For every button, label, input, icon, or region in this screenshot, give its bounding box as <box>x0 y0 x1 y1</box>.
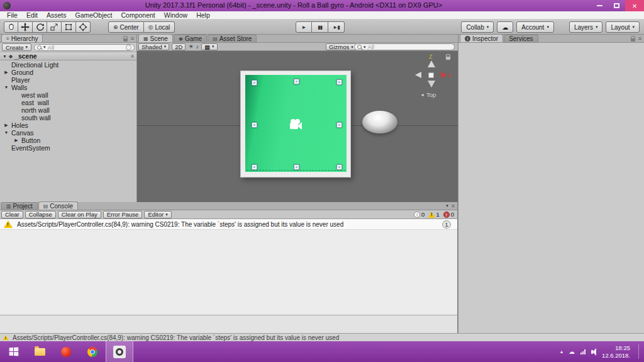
selection-handle[interactable] <box>294 164 299 170</box>
tab-hierarchy[interactable]: ≡ Hierarchy <box>1 34 43 42</box>
file-explorer-button[interactable] <box>26 341 53 362</box>
chrome-button[interactable] <box>79 341 106 362</box>
chevron-down-icon[interactable]: ▾ <box>446 203 448 208</box>
cloud-button[interactable]: ☁ <box>497 21 513 33</box>
menu-window[interactable]: Window <box>160 11 192 19</box>
console-log-entry[interactable]: Assets/Scripts/PlayerController.cs(84,9)… <box>0 219 457 230</box>
disclosure-triangle-icon[interactable]: ▶ <box>4 70 9 75</box>
view-orientation-label[interactable]: ◄ Top <box>420 91 436 98</box>
selection-handle[interactable] <box>336 79 342 85</box>
hierarchy-item-holes[interactable]: ▶Holes <box>0 122 136 129</box>
up-axis-cone-icon[interactable] <box>428 60 435 67</box>
menu-edit[interactable]: Edit <box>22 11 42 19</box>
scene-viewport[interactable]: Z X ◄ Top <box>137 51 458 202</box>
menu-gameobject[interactable]: GameObject <box>71 11 117 19</box>
collab-dropdown[interactable]: Collab ▾ <box>461 21 494 33</box>
selection-handle[interactable] <box>336 164 342 170</box>
tab-game[interactable]: ◉ Game <box>174 35 207 42</box>
create-dropdown[interactable]: Create ▾ <box>2 43 31 51</box>
move-tool-button[interactable] <box>18 21 33 33</box>
hierarchy-item-directional-light[interactable]: Directional Light <box>0 61 136 69</box>
rotate-tool-button[interactable] <box>33 21 47 33</box>
scene-lighting-toggle[interactable]: ☀ <box>188 43 193 50</box>
shading-mode-dropdown[interactable]: Shaded ▾ <box>138 43 169 50</box>
info-filter-toggle[interactable]: ! 0 <box>414 211 425 218</box>
editor-dropdown[interactable]: Editor ▾ <box>144 211 171 218</box>
unity-taskbar-button-active[interactable] <box>106 341 133 362</box>
disclosure-triangle-icon[interactable]: ▼ <box>3 54 7 59</box>
tab-inspector[interactable]: i Inspector <box>460 34 503 42</box>
2d-toggle-button[interactable]: 2D <box>172 43 186 50</box>
step-button[interactable]: ►▮ <box>328 21 345 33</box>
lock-icon[interactable] <box>123 38 128 42</box>
lock-icon[interactable] <box>631 38 635 42</box>
clear-on-play-button[interactable]: Clear on Play <box>58 211 101 218</box>
collapse-button[interactable]: Collapse <box>25 211 56 218</box>
selection-handle[interactable] <box>252 80 257 86</box>
scale-tool-button[interactable] <box>47 21 62 33</box>
left-axis-cone-icon[interactable] <box>415 72 421 78</box>
selection-handle[interactable] <box>252 122 257 128</box>
hierarchy-item-player[interactable]: Player <box>0 76 136 84</box>
menu-file[interactable]: File <box>3 11 22 19</box>
gizmo-lock-icon[interactable] <box>446 57 450 60</box>
selection-handle[interactable] <box>294 79 299 84</box>
disclosure-triangle-icon[interactable]: ▼ <box>4 85 9 89</box>
layout-dropdown[interactable]: Layout ▾ <box>606 21 640 33</box>
effects-dropdown[interactable]: ▦ ▾ <box>201 43 218 50</box>
network-icon[interactable] <box>580 349 586 354</box>
disclosure-triangle-icon[interactable]: ▶ <box>14 138 19 143</box>
maximize-button[interactable] <box>608 0 625 11</box>
hierarchy-item-eventsystem[interactable]: EventSystem <box>0 144 136 152</box>
show-hidden-icons-button[interactable]: ▴ <box>560 349 563 354</box>
panel-menu-icon[interactable]: ≡ <box>638 35 641 42</box>
cloud-tray-icon[interactable]: ☁ <box>569 348 575 355</box>
hierarchy-item-south-wall[interactable]: south wall <box>0 114 136 122</box>
rect-tool-button[interactable] <box>62 21 76 33</box>
gizmos-dropdown[interactable]: Gizmos ▾ <box>326 43 357 50</box>
scene-context-menu-icon[interactable]: ≡ <box>131 53 134 59</box>
selection-handle[interactable] <box>336 122 342 128</box>
scene-root-row[interactable]: ▼ ◆ _scene ≡ <box>0 52 136 60</box>
tray-clock[interactable]: 18:25 12.6.2018. <box>602 344 630 359</box>
close-button[interactable]: × <box>625 0 644 11</box>
transform-tool-button[interactable] <box>76 21 91 33</box>
minimize-button[interactable] <box>591 0 608 11</box>
disclosure-triangle-icon[interactable]: ▼ <box>4 130 9 135</box>
show-desktop-button[interactable] <box>638 344 641 359</box>
clear-button[interactable]: Clear <box>1 211 23 218</box>
hierarchy-item-north-wall[interactable]: north wall <box>0 106 136 114</box>
pause-button[interactable]: ▮▮ <box>312 21 328 33</box>
menu-component[interactable]: Component <box>116 11 159 19</box>
hierarchy-item-west-wall[interactable]: west wall <box>0 91 136 99</box>
volume-icon[interactable] <box>591 350 593 354</box>
gizmo-center-cube[interactable] <box>428 72 434 78</box>
error-pause-button[interactable]: Error Pause <box>103 211 143 218</box>
hierarchy-item-walls[interactable]: ▼Walls <box>0 84 136 91</box>
hand-tool-button[interactable] <box>4 21 18 33</box>
tab-project[interactable]: ▥ Project <box>1 202 38 210</box>
play-button[interactable]: ► <box>296 21 312 33</box>
down-axis-cone-icon[interactable] <box>428 81 435 88</box>
disclosure-triangle-icon[interactable]: ▶ <box>4 123 9 128</box>
player-sphere-object[interactable] <box>362 111 397 133</box>
search-clear-button[interactable] <box>126 45 131 50</box>
pivot-local-button[interactable]: ◎ Local <box>144 21 175 33</box>
scene-search-input[interactable]: ▾ All <box>354 43 455 50</box>
tab-services[interactable]: Services <box>504 35 538 42</box>
tab-asset-store[interactable]: ▤ Asset Store <box>208 35 257 42</box>
menu-help[interactable]: Help <box>192 11 214 19</box>
panel-menu-icon[interactable]: ≡ <box>452 203 455 209</box>
warning-filter-toggle[interactable]: 1 <box>428 211 439 218</box>
camera-gizmo-icon[interactable] <box>290 119 304 130</box>
tab-console[interactable]: ▤ Console <box>38 201 78 210</box>
error-filter-toggle[interactable]: ! 0 <box>443 211 454 218</box>
panel-menu-icon[interactable]: ≡ <box>131 35 134 42</box>
start-button[interactable] <box>0 341 26 362</box>
pivot-center-button[interactable]: ⊕ Center <box>108 21 144 33</box>
scene-orientation-gizmo[interactable]: Z X ◄ Top <box>412 54 452 100</box>
account-dropdown[interactable]: Account ▾ <box>516 21 554 33</box>
hierarchy-search-input[interactable]: ▾ All <box>34 44 135 51</box>
hierarchy-item-canvas[interactable]: ▼Canvas <box>0 129 136 137</box>
selection-handle[interactable] <box>252 164 257 170</box>
